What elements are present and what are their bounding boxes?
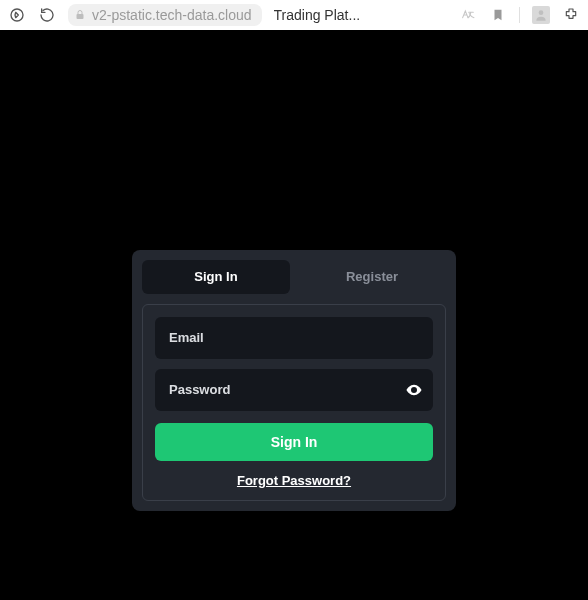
profile-avatar-icon[interactable] bbox=[532, 6, 550, 24]
login-card: Sign In Register Sign In Forgot Password… bbox=[132, 250, 456, 511]
toggle-password-visibility-icon[interactable] bbox=[405, 381, 423, 399]
svg-rect-1 bbox=[77, 14, 84, 19]
svg-point-2 bbox=[539, 10, 544, 15]
toolbar-divider bbox=[519, 7, 520, 23]
url-text: v2-pstatic.tech-data.cloud bbox=[92, 7, 252, 23]
browser-right-icons bbox=[459, 6, 580, 24]
forgot-password-link[interactable]: Forgot Password? bbox=[155, 473, 433, 488]
translate-icon[interactable] bbox=[459, 6, 477, 24]
auth-tabs: Sign In Register bbox=[142, 260, 446, 294]
email-wrap bbox=[155, 317, 433, 359]
signin-button[interactable]: Sign In bbox=[155, 423, 433, 461]
email-field[interactable] bbox=[155, 317, 433, 359]
svg-point-0 bbox=[11, 9, 23, 21]
browser-toolbar: v2-pstatic.tech-data.cloud Trading Plat.… bbox=[0, 0, 588, 30]
password-wrap bbox=[155, 369, 433, 411]
extensions-icon[interactable] bbox=[562, 6, 580, 24]
login-form: Sign In Forgot Password? bbox=[142, 304, 446, 501]
tab-register[interactable]: Register bbox=[298, 260, 446, 294]
password-field[interactable] bbox=[155, 369, 433, 411]
address-bar[interactable]: v2-pstatic.tech-data.cloud bbox=[68, 4, 262, 26]
reload-icon[interactable] bbox=[38, 6, 56, 24]
page-content: Sign In Register Sign In Forgot Password… bbox=[0, 30, 588, 600]
browser-logo-icon[interactable] bbox=[8, 6, 26, 24]
tab-signin[interactable]: Sign In bbox=[142, 260, 290, 294]
bookmark-icon[interactable] bbox=[489, 6, 507, 24]
lock-icon bbox=[74, 9, 86, 21]
tab-title[interactable]: Trading Plat... bbox=[274, 7, 361, 23]
svg-point-3 bbox=[413, 388, 416, 391]
